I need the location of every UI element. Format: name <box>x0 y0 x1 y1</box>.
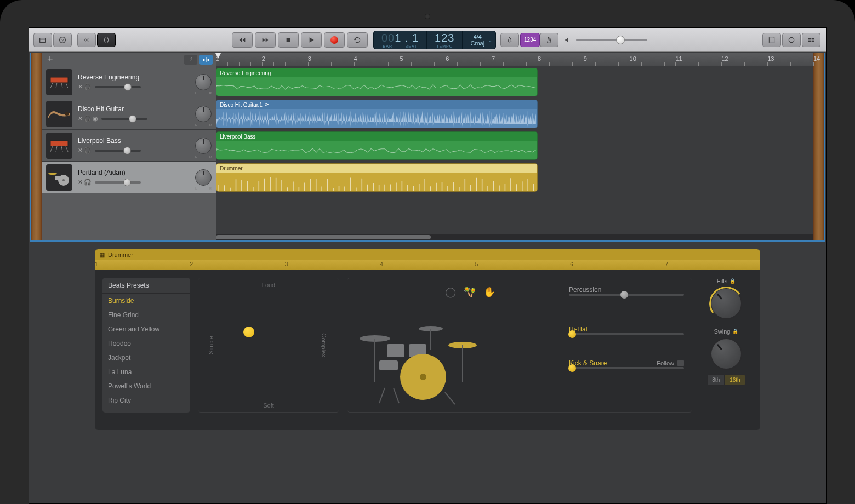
timeline-ruler[interactable]: 1234567891011121314 <box>216 53 813 66</box>
track-volume-slider[interactable] <box>95 86 141 88</box>
track-header[interactable]: Disco Hit Guitar✕ 🎧 ◉LR <box>42 98 216 130</box>
ruler-number: 11 <box>675 55 682 62</box>
preset-item[interactable]: Burnside <box>102 294 190 308</box>
track-header[interactable]: Portland (Aidan)✕ 🎧LR <box>42 162 216 193</box>
mute-button[interactable]: ✕ <box>78 83 83 90</box>
percussion-slider[interactable] <box>569 294 684 296</box>
pan-knob[interactable] <box>195 74 212 90</box>
tracks-area: + ⤴ ▸|◂ 1234567891011121314 <box>30 53 825 242</box>
pan-knob[interactable] <box>195 138 212 154</box>
track-volume-slider[interactable] <box>101 118 147 120</box>
track-volume-slider[interactable] <box>95 181 141 184</box>
editors-button[interactable] <box>97 33 116 47</box>
loop-icon: ⟳ <box>265 102 269 107</box>
tuner-button[interactable] <box>500 33 519 47</box>
master-volume <box>564 36 647 44</box>
catch-playhead-icon[interactable]: ▸|◂ <box>200 55 213 65</box>
swing-knob[interactable] <box>710 338 742 370</box>
loop-browser-button[interactable] <box>782 33 801 47</box>
drummer-editor: ▦ Drummer 12345678 Beats Presets Burnsid… <box>95 249 760 430</box>
svg-line-24 <box>61 146 62 152</box>
count-in-button[interactable]: 1234 <box>520 33 540 47</box>
drummer-title: Drummer <box>108 251 133 258</box>
rewind-button[interactable] <box>232 32 253 48</box>
handclap-icon[interactable]: ✋ <box>483 286 495 298</box>
horizontal-scrollbar[interactable] <box>216 234 813 240</box>
ruler-number: 10 <box>630 55 636 62</box>
regions-area[interactable]: Reverse EngineeringDisco Hit Guitar.1⟳Li… <box>216 66 813 240</box>
stop-button[interactable] <box>278 32 299 48</box>
drum-kit-graphic[interactable] <box>358 306 479 410</box>
track-list: Reverse Engineering✕ 🎧LRDisco Hit Guitar… <box>42 66 216 240</box>
drummer-ruler[interactable]: 12345678 <box>95 260 760 270</box>
preset-item[interactable]: Powell's World <box>102 379 190 393</box>
input-monitor-button[interactable]: ◉ <box>93 115 98 122</box>
track-header[interactable]: Liverpool Bass✕ 🎧LR <box>42 130 216 162</box>
presets-header: Beats Presets <box>102 278 190 294</box>
svg-rect-8 <box>808 38 811 39</box>
chevron-down-icon[interactable]: ⌄ <box>488 37 492 43</box>
automation-icon[interactable]: ⤴ <box>184 55 197 65</box>
lock-icon[interactable]: 🔒 <box>729 278 736 284</box>
key-sig[interactable]: Cmaj <box>470 40 485 47</box>
tambourine-icon[interactable]: ◯ <box>445 286 456 298</box>
time-sig[interactable]: 4/4 <box>470 33 485 40</box>
mute-button[interactable]: ✕ <box>78 179 83 186</box>
add-track-button[interactable]: + <box>45 54 55 65</box>
metronome-button[interactable] <box>540 33 558 47</box>
shaker-icon[interactable]: 🪇 <box>464 286 476 298</box>
follow-checkbox[interactable] <box>677 360 684 366</box>
solo-button[interactable]: 🎧 <box>84 115 92 122</box>
hihat-slider[interactable] <box>569 333 684 335</box>
region[interactable]: Disco Hit Guitar.1⟳ <box>216 100 538 128</box>
svg-point-3 <box>84 39 87 41</box>
svg-rect-37 <box>379 360 398 370</box>
svg-point-4 <box>87 39 89 41</box>
pan-knob[interactable] <box>195 106 212 122</box>
preset-item[interactable]: Fine Grind <box>102 308 190 322</box>
track-header[interactable]: Reverse Engineering✕ 🎧LR <box>42 66 216 98</box>
volume-icon <box>564 36 572 44</box>
record-button[interactable] <box>324 32 345 48</box>
library-button[interactable] <box>33 33 52 47</box>
ruler-number: 7 <box>665 261 669 267</box>
quick-help-button[interactable]: ? <box>53 33 72 47</box>
preset-item[interactable]: Green and Yellow <box>102 322 190 336</box>
mute-button[interactable]: ✕ <box>78 147 83 154</box>
solo-button[interactable]: 🎧 <box>84 83 92 90</box>
mute-button[interactable]: ✕ <box>78 115 83 122</box>
lock-icon[interactable]: 🔒 <box>732 329 738 334</box>
media-browser-button[interactable] <box>802 33 820 47</box>
fills-knob[interactable] <box>710 288 742 319</box>
solo-button[interactable]: 🎧 <box>84 179 92 186</box>
eighth-button[interactable]: 8th <box>707 374 725 386</box>
play-button[interactable] <box>301 32 322 48</box>
smart-controls-button[interactable] <box>77 33 96 47</box>
region[interactable]: Drummer <box>216 163 538 192</box>
track-name: Liverpool Bass <box>78 137 190 145</box>
master-volume-slider[interactable] <box>576 39 647 41</box>
cycle-button[interactable] <box>347 32 368 48</box>
ruler-number: 14 <box>813 55 820 62</box>
svg-rect-0 <box>40 38 46 42</box>
preset-item[interactable]: Hoodoo <box>102 336 190 351</box>
preset-item[interactable]: La Luna <box>102 365 190 379</box>
solo-button[interactable]: 🎧 <box>84 147 92 154</box>
preset-item[interactable]: Rip City <box>102 393 190 408</box>
lcd-display[interactable]: 001 . 1 BAR BEAT 123 TEMPO 4/4 Cmaj ⌄ <box>373 31 496 49</box>
kicksnare-slider[interactable] <box>569 367 684 369</box>
notepad-button[interactable] <box>762 33 781 47</box>
region-inspector-icon[interactable]: ▦ <box>99 251 105 259</box>
pan-knob[interactable] <box>195 169 212 186</box>
track-volume-slider[interactable] <box>95 150 141 152</box>
tempo-value[interactable]: 123 <box>435 32 454 44</box>
sixteenth-button[interactable]: 16th <box>725 374 745 386</box>
region[interactable]: Reverse Engineering <box>216 68 538 96</box>
ruler-number: 3 <box>308 55 311 62</box>
preset-item[interactable]: Jackpot <box>102 351 190 365</box>
forward-button[interactable] <box>255 32 276 48</box>
svg-line-17 <box>61 83 62 88</box>
xy-puck[interactable] <box>243 327 254 337</box>
region-label: Disco Hit Guitar.1 <box>220 102 263 108</box>
region[interactable]: Liverpool Bass <box>216 131 538 160</box>
